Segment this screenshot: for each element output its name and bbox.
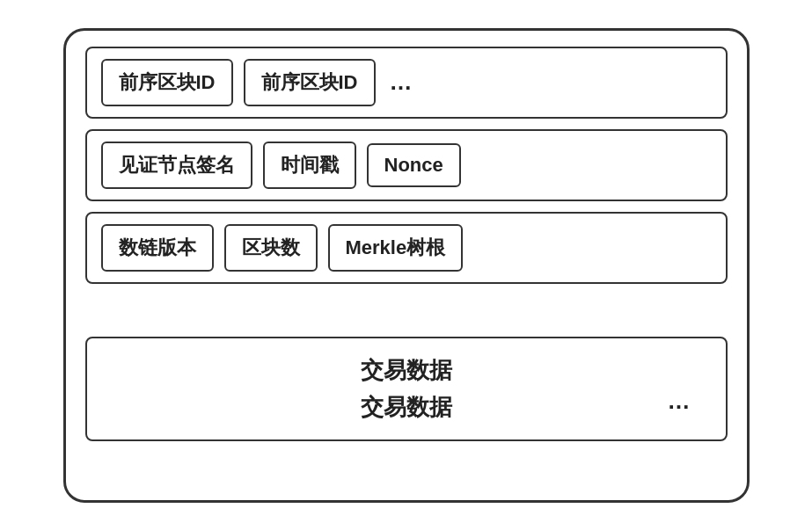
row-prev-block-ids: 前序区块ID 前序区块ID … bbox=[85, 47, 728, 119]
transaction-text-2: 交易数据 bbox=[361, 389, 452, 426]
row-version-blockcount-merkle: 数链版本 区块数 Merkle树根 bbox=[85, 212, 728, 284]
timestamp: 时间戳 bbox=[263, 142, 356, 189]
row1-ellipsis: … bbox=[390, 69, 413, 96]
nonce: Nonce bbox=[367, 143, 461, 187]
block-diagram: 前序区块ID 前序区块ID … 见证节点签名 时间戳 Nonce 数链版本 区块… bbox=[63, 28, 750, 503]
witness-signature: 见证节点签名 bbox=[101, 142, 252, 189]
row-signature-time-nonce: 见证节点签名 时间戳 Nonce bbox=[85, 129, 728, 201]
block-count: 区块数 bbox=[224, 224, 318, 272]
prev-block-id-1: 前序区块ID bbox=[101, 59, 233, 106]
prev-block-id-2: 前序区块ID bbox=[244, 59, 376, 106]
transaction-text-1: 交易数据 bbox=[361, 352, 452, 389]
merkle-root: Merkle树根 bbox=[328, 224, 464, 272]
row-transaction-data: 交易数据 交易数据 … bbox=[85, 294, 728, 484]
transaction-data-box: 交易数据 交易数据 … bbox=[85, 337, 728, 441]
chain-version: 数链版本 bbox=[101, 224, 214, 272]
transaction-ellipsis: … bbox=[668, 388, 691, 415]
